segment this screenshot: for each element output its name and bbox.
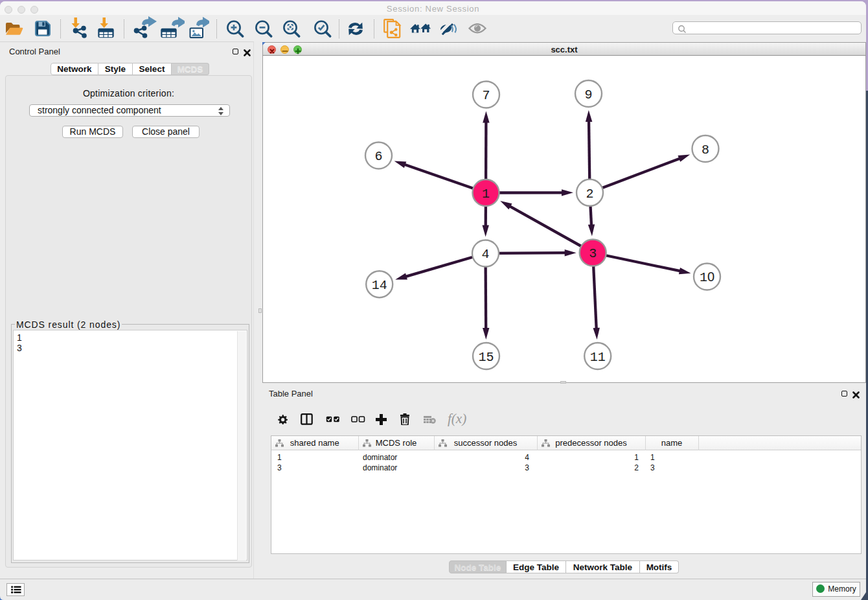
svg-text:2: 2 [586, 187, 593, 202]
svg-text:3: 3 [589, 246, 597, 261]
svg-text:15: 15 [478, 350, 494, 365]
svg-text:8: 8 [702, 143, 709, 157]
svg-text:10: 10 [700, 270, 714, 285]
svg-text:4: 4 [481, 247, 489, 262]
svg-text:9: 9 [584, 87, 592, 102]
svg-text:14: 14 [372, 278, 387, 293]
svg-text:11: 11 [590, 350, 606, 365]
svg-text:6: 6 [374, 149, 382, 164]
svg-text:1: 1 [482, 187, 490, 202]
svg-text:7: 7 [482, 88, 490, 103]
